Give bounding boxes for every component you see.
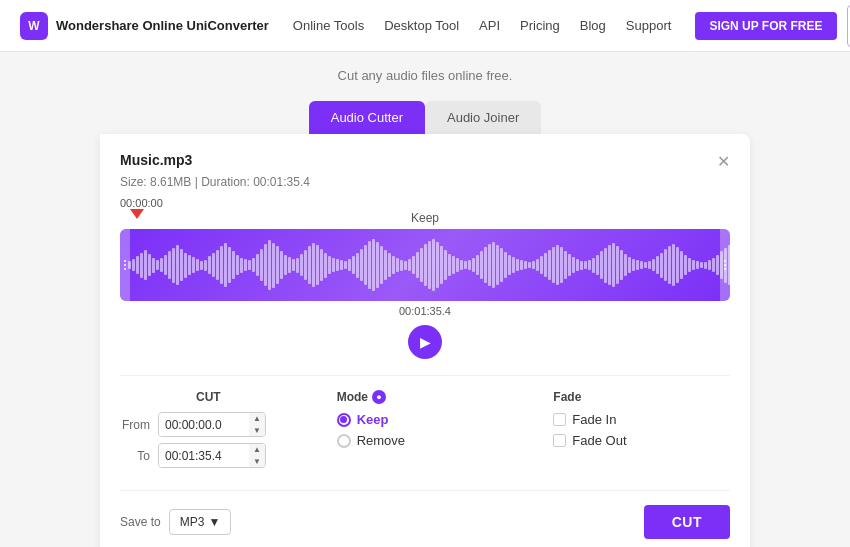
duration-label: 00:01:35.4 xyxy=(120,305,730,317)
fade-out-row[interactable]: Fade Out xyxy=(553,433,730,448)
from-input[interactable] xyxy=(159,414,249,436)
waveform-handle-left[interactable] xyxy=(120,229,130,301)
save-to-row: Save to MP3 ▼ xyxy=(120,509,231,535)
logo-icon: W xyxy=(20,12,48,40)
play-button[interactable]: ▶ xyxy=(408,325,442,359)
play-btn-row: ▶ xyxy=(120,325,730,359)
logo-text: Wondershare Online UniConverter xyxy=(56,18,269,33)
page-subtitle: Cut any audio files online free. xyxy=(338,68,513,83)
nav-support[interactable]: Support xyxy=(626,18,672,33)
radio-keep-circle[interactable] xyxy=(337,413,351,427)
radio-keep[interactable]: Keep xyxy=(337,412,514,427)
start-time-label: 00:00:00 xyxy=(120,197,730,209)
cut-button[interactable]: CUT xyxy=(644,505,730,539)
fade-title: Fade xyxy=(553,390,730,404)
radio-keep-label: Keep xyxy=(357,412,389,427)
mode-title-row: Mode ● xyxy=(337,390,514,404)
from-input-wrap[interactable]: ▲ ▼ xyxy=(158,412,266,437)
from-down[interactable]: ▼ xyxy=(249,425,265,437)
waveform-bars xyxy=(128,229,722,301)
to-label: To xyxy=(120,449,150,463)
radio-keep-inner xyxy=(340,416,347,423)
nav-links: Online Tools Desktop Tool API Pricing Bl… xyxy=(293,18,672,33)
mode-section: Mode ● Keep Remove xyxy=(337,390,514,454)
format-value: MP3 xyxy=(180,515,205,529)
waveform-track[interactable] xyxy=(120,229,730,301)
to-spinner[interactable]: ▲ ▼ xyxy=(249,444,265,467)
to-row: To ▲ ▼ xyxy=(120,443,297,468)
cut-title: CUT xyxy=(120,390,297,404)
fade-in-label: Fade In xyxy=(572,412,616,427)
mode-info-icon[interactable]: ● xyxy=(372,390,386,404)
fade-in-row[interactable]: Fade In xyxy=(553,412,730,427)
controls-row: CUT From ▲ ▼ To xyxy=(120,375,730,474)
from-up[interactable]: ▲ xyxy=(249,413,265,425)
from-label: From xyxy=(120,418,150,432)
tab-audio-joiner[interactable]: Audio Joiner xyxy=(425,101,541,134)
from-row: From ▲ ▼ xyxy=(120,412,297,437)
format-dropdown-icon: ▼ xyxy=(208,515,220,529)
cut-section: CUT From ▲ ▼ To xyxy=(120,390,297,474)
to-input[interactable] xyxy=(159,445,249,467)
nav-online-tools[interactable]: Online Tools xyxy=(293,18,364,33)
close-button[interactable]: ✕ xyxy=(717,152,730,171)
main-card: Music.mp3 ✕ Size: 8.61MB | Duration: 00:… xyxy=(100,134,750,547)
file-name: Music.mp3 xyxy=(120,152,192,168)
fade-section: Fade Fade In Fade Out xyxy=(553,390,730,454)
tab-audio-cutter[interactable]: Audio Cutter xyxy=(309,101,425,134)
navbar: W Wondershare Online UniConverter Online… xyxy=(0,0,850,52)
fade-out-label: Fade Out xyxy=(572,433,626,448)
mode-title: Mode xyxy=(337,390,368,404)
to-up[interactable]: ▲ xyxy=(249,444,265,456)
nav-blog[interactable]: Blog xyxy=(580,18,606,33)
nav-desktop-tool[interactable]: Desktop Tool xyxy=(384,18,459,33)
radio-remove-label: Remove xyxy=(357,433,405,448)
file-header: Music.mp3 ✕ xyxy=(120,152,730,171)
logo[interactable]: W Wondershare Online UniConverter xyxy=(20,12,269,40)
waveform-container: 00:00:00 Keep xyxy=(120,197,730,317)
file-meta: Size: 8.61MB | Duration: 00:01:35.4 xyxy=(120,175,730,189)
fade-out-checkbox[interactable] xyxy=(553,434,566,447)
signup-button[interactable]: SIGN UP FOR FREE xyxy=(695,12,836,40)
radio-remove[interactable]: Remove xyxy=(337,433,514,448)
waveform-handle-right[interactable] xyxy=(720,229,730,301)
fade-in-checkbox[interactable] xyxy=(553,413,566,426)
page-content: Cut any audio files online free. Audio C… xyxy=(0,52,850,547)
nav-actions: SIGN UP FOR FREE LOG IN 🔍 xyxy=(695,5,850,47)
save-to-label: Save to xyxy=(120,515,161,529)
tabs-row: Audio Cutter Audio Joiner xyxy=(309,101,542,134)
card-footer: Save to MP3 ▼ CUT xyxy=(120,490,730,539)
format-select[interactable]: MP3 ▼ xyxy=(169,509,232,535)
radio-remove-circle[interactable] xyxy=(337,434,351,448)
to-input-wrap[interactable]: ▲ ▼ xyxy=(158,443,266,468)
login-button[interactable]: LOG IN xyxy=(847,5,850,47)
keep-label: Keep xyxy=(120,211,730,225)
to-down[interactable]: ▼ xyxy=(249,456,265,468)
from-spinner[interactable]: ▲ ▼ xyxy=(249,413,265,436)
nav-api[interactable]: API xyxy=(479,18,500,33)
nav-pricing[interactable]: Pricing xyxy=(520,18,560,33)
